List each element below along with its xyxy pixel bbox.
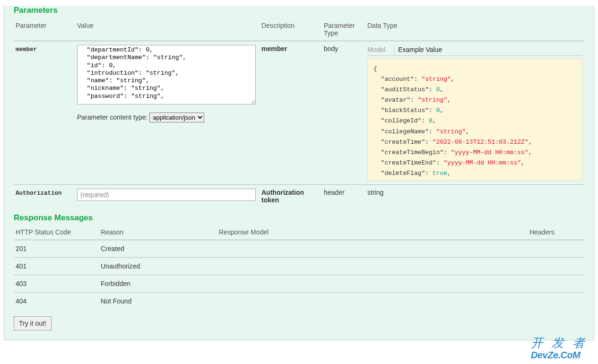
member-body-textarea[interactable] bbox=[77, 45, 256, 104]
response-code: 404 bbox=[14, 293, 99, 310]
param-desc-member: member bbox=[261, 45, 287, 52]
response-headers bbox=[528, 275, 584, 293]
th-description: Description bbox=[260, 19, 322, 41]
example-value-box[interactable]: { "account": "string", "auditStatus": 0,… bbox=[367, 59, 582, 181]
response-messages-heading: Response Messages bbox=[14, 213, 584, 223]
response-code: 201 bbox=[14, 240, 99, 258]
authorization-input[interactable] bbox=[77, 189, 256, 201]
tab-separator bbox=[394, 45, 394, 55]
tab-model[interactable]: Model bbox=[367, 45, 390, 55]
response-headers bbox=[528, 258, 584, 275]
response-reason: Unauthorized bbox=[99, 258, 217, 275]
response-headers bbox=[528, 240, 584, 258]
param-dtype-authorization: string bbox=[367, 189, 383, 196]
content-type-select[interactable]: application/json bbox=[149, 113, 204, 122]
parameters-table: Parameter Value Description Parameter Ty… bbox=[14, 19, 584, 208]
response-reason: Forbidden bbox=[99, 275, 217, 293]
param-name-member: member bbox=[16, 46, 37, 53]
th-parameter: Parameter bbox=[14, 19, 75, 41]
response-code: 401 bbox=[14, 258, 99, 275]
response-model bbox=[217, 240, 528, 258]
th-response-model: Response Model bbox=[217, 226, 528, 240]
content-type-label: Parameter content type: bbox=[77, 113, 147, 121]
response-code: 403 bbox=[14, 275, 99, 293]
response-reason: Not Found bbox=[99, 293, 217, 310]
response-model bbox=[217, 258, 528, 275]
parameters-heading: Parameters bbox=[14, 6, 584, 15]
response-headers bbox=[528, 293, 584, 310]
param-name-authorization: Authorization bbox=[16, 190, 62, 197]
response-row: 404Not Found bbox=[14, 293, 584, 310]
th-reason: Reason bbox=[99, 226, 217, 240]
response-model bbox=[217, 275, 528, 293]
response-row: 401Unauthorized bbox=[14, 258, 584, 275]
response-row: 201Created bbox=[14, 240, 584, 258]
param-row-member: member Parameter content type: applicati… bbox=[14, 41, 584, 185]
param-row-authorization: Authorization Authorization token header… bbox=[14, 185, 584, 208]
param-desc-authorization: Authorization token bbox=[261, 189, 304, 204]
response-model bbox=[217, 293, 528, 310]
response-row: 403Forbidden bbox=[14, 275, 584, 293]
try-it-out-button[interactable]: Try it out! bbox=[14, 316, 52, 330]
tab-example-value[interactable]: Example Value bbox=[398, 45, 447, 55]
param-type-member: body bbox=[324, 45, 338, 52]
operation-panel: Parameters Parameter Value Description P… bbox=[4, 6, 594, 340]
th-status-code: HTTP Status Code bbox=[14, 226, 99, 240]
th-data-type: Data Type bbox=[365, 19, 584, 41]
responses-table: HTTP Status Code Reason Response Model H… bbox=[14, 226, 584, 310]
th-value: Value bbox=[75, 19, 260, 41]
datatype-tabs: Model Example Value bbox=[367, 45, 582, 56]
th-headers: Headers bbox=[528, 226, 584, 240]
param-type-authorization: header bbox=[324, 189, 345, 196]
response-reason: Created bbox=[99, 240, 217, 258]
th-param-type: Parameter Type bbox=[322, 19, 365, 41]
